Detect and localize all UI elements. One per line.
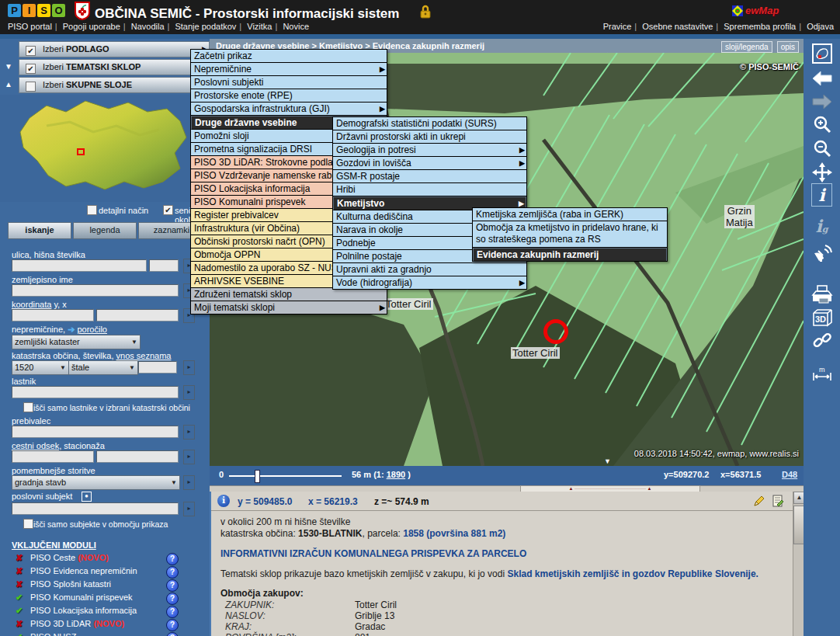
module-help-button[interactable]: ? (166, 619, 179, 631)
collapse-icon[interactable]: ▼ (5, 62, 12, 71)
menu-item[interactable]: Državni prostorski akti in ukrepi (333, 130, 526, 144)
menu-item[interactable]: Hribi (333, 183, 526, 196)
checkbox-skupni[interactable] (26, 82, 36, 92)
subject-info-icon[interactable]: ● (82, 492, 92, 502)
parcel-number-input[interactable] (138, 361, 177, 374)
coord-y-input[interactable] (12, 309, 94, 321)
checkbox-tematski[interactable]: ✔ (26, 64, 36, 74)
module-help-button[interactable]: ? (166, 606, 179, 618)
street-input[interactable] (12, 259, 147, 272)
3d-view-icon[interactable]: 3D (804, 308, 840, 331)
nav-pogoji[interactable]: Pogoji uporabe (63, 22, 120, 31)
checkbox-subjects-in-view[interactable] (23, 519, 33, 529)
print-icon[interactable] (804, 284, 840, 308)
module-help-button[interactable]: ? (166, 632, 179, 636)
menu-item[interactable]: GSM-R postaje (333, 170, 526, 183)
menu-item[interactable]: Upravni akti za gradnjo (333, 263, 526, 276)
search-service-button[interactable]: ▸ (183, 475, 195, 490)
menu-item[interactable]: Začetni prikaz (191, 50, 387, 63)
overview-minimap[interactable] (0, 95, 210, 202)
identify-tool-active[interactable]: i (811, 183, 832, 207)
expand-icon[interactable]: ▲ (5, 80, 12, 89)
sidebar-section-tematski[interactable]: ✔ Izberi TEMATSKI SKLOP (19, 59, 210, 75)
checkbox-shade[interactable]: ✔ (163, 205, 173, 215)
tab-iskanje[interactable]: iskanje (8, 222, 71, 239)
menu-item[interactable]: Moji tematski sklopi▶ (191, 301, 387, 314)
parcel-link[interactable]: 1858 (403, 528, 424, 539)
gps-icon[interactable] (804, 242, 840, 266)
road-section-input[interactable] (12, 450, 94, 463)
menu-item[interactable]: Gozdovi in lovišča▶ (333, 157, 526, 170)
description-button[interactable]: opis (777, 41, 799, 53)
search-road-button[interactable]: ▸ (183, 450, 195, 464)
zoom-in-icon[interactable] (804, 114, 840, 137)
nav-novice[interactable]: Novice (283, 22, 309, 31)
zoom-out-icon[interactable] (804, 138, 840, 162)
nav-vizitka[interactable]: Vizitka (247, 22, 272, 31)
ko-name-select[interactable]: štale▼ (68, 360, 138, 375)
search-parcel-button[interactable]: ▸ (183, 360, 195, 375)
services-select[interactable]: gradnja stavb▼ (12, 475, 180, 490)
logo-letter-p: P (8, 4, 21, 17)
ko-number-select[interactable]: 1520▼ (12, 360, 69, 375)
sidebar-section-skupni[interactable]: Izberi SKUPNE SLOJE (19, 77, 210, 93)
module-row-komunalni: ✔ PISO Komunalni prispevek (16, 593, 133, 603)
overview-map-icon[interactable] (804, 43, 840, 67)
module-help-button[interactable]: ? (166, 579, 179, 592)
module-help-button[interactable]: ? (166, 593, 179, 605)
nav-nastavitve[interactable]: Osebne nastavitve (642, 22, 713, 31)
nav-stanje[interactable]: Stanje podatkov (175, 22, 236, 31)
module-help-button[interactable]: ? (166, 566, 179, 579)
tab-legenda[interactable]: legenda (73, 222, 137, 239)
checkbox-owners-in-ko[interactable] (23, 402, 33, 412)
report-note-icon[interactable] (772, 495, 784, 509)
back-arrow-icon[interactable] (804, 70, 840, 90)
measure-icon[interactable]: m (804, 365, 840, 387)
menu-item[interactable]: Vode (hidrografija)▶ (333, 276, 526, 289)
piso-logo[interactable]: PISO (8, 3, 67, 17)
sidebar-section-podlago[interactable]: ✔ Izberi PODLAGO ▶ (19, 41, 210, 57)
menu-item[interactable]: Prostorske enote (RPE) (191, 89, 387, 103)
menu-item[interactable]: Poslovni subjekti (191, 76, 387, 89)
menu-item[interactable]: Gospodarska infrastruktura (GJI)▶ (191, 103, 387, 116)
search-owner-button[interactable]: ▸ (183, 385, 195, 400)
nav-profil[interactable]: Sprememba profila (724, 22, 796, 31)
forward-arrow-icon[interactable] (804, 93, 840, 113)
menu-item[interactable]: Demografski statistični podatki (SURS) (333, 117, 526, 130)
menu-item[interactable]: Nepremičnine▶ (191, 63, 387, 76)
layers-legend-button[interactable]: sloji/legenda (721, 41, 772, 53)
module-help-button[interactable]: ? (166, 553, 179, 565)
search-subject-button[interactable]: ▸ (183, 502, 195, 516)
menu-item[interactable]: Območja za kmetijstvo in pridelavo hrane… (473, 221, 667, 248)
search-resident-button[interactable]: ▸ (183, 425, 195, 440)
menu-item[interactable]: Geologija in potresi▶ (333, 144, 526, 157)
menu-item-selected[interactable]: Evidenca zakupnih razmerij (473, 248, 667, 261)
calc-contribution-link[interactable]: INFORMATIVNI IZRAČUN KOMUNALNEGA PRISPEV… (220, 548, 526, 559)
nav-navodila[interactable]: Navodila (131, 22, 165, 31)
menu-item[interactable]: Združeni tematski sklop (191, 288, 387, 301)
menu-item[interactable]: Kmetijska zemljišča (raba in GERK) (473, 208, 667, 221)
house-number-input[interactable] (149, 259, 179, 272)
scale-ratio-link[interactable]: 1890 (387, 470, 405, 479)
geoname-input[interactable] (12, 284, 179, 297)
collapse-down-icon[interactable]: ▼ (604, 457, 611, 465)
porocilo-link[interactable]: poročilo (77, 325, 107, 334)
owner-input[interactable] (12, 386, 179, 398)
nav-piso-portal[interactable]: PISO portal (8, 22, 52, 31)
cadastre-type-select[interactable]: zemljiški kataster▼ (12, 335, 141, 349)
nav-odjava[interactable]: Odjava (807, 22, 834, 31)
checkbox-podlago[interactable]: ✔ (26, 46, 36, 56)
nav-pravice[interactable]: Pravice (603, 22, 632, 31)
permalink-icon[interactable] (804, 331, 840, 354)
identify-layers-icon[interactable]: ig (804, 216, 840, 236)
datum-link[interactable]: D48 (782, 470, 797, 479)
scale-slider-track[interactable] (229, 475, 342, 477)
business-subject-input[interactable] (12, 502, 179, 515)
sklad-link[interactable]: Sklad kmetijskih zemljišč in gozdov Repu… (507, 568, 758, 579)
road-station-input[interactable] (96, 450, 179, 463)
checkbox-detail[interactable] (87, 205, 97, 215)
scale-slider-handle[interactable] (255, 470, 260, 483)
coord-x-input[interactable] (96, 309, 179, 321)
edit-pencil-icon[interactable] (753, 495, 765, 509)
resident-input[interactable] (12, 426, 179, 438)
